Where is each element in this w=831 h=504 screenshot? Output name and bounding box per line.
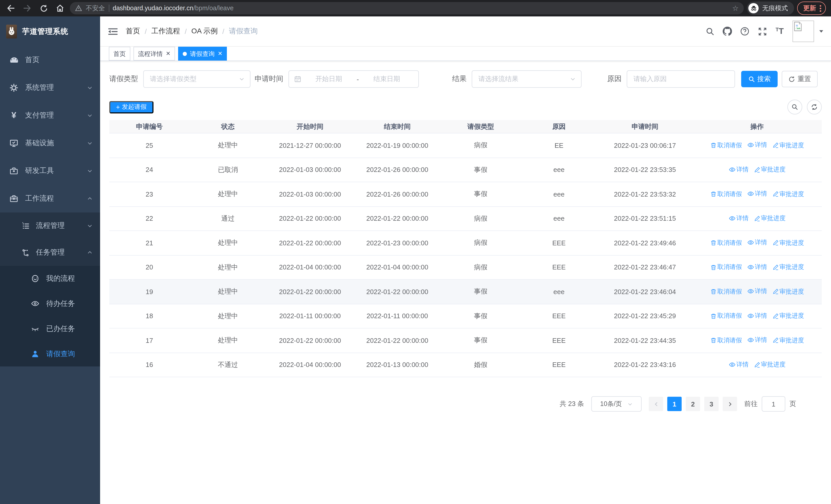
action-progress-link[interactable]: 审批进度 [772, 288, 804, 296]
app-logo-row: 芋道管理系统 [0, 17, 100, 46]
edit-icon [754, 362, 760, 368]
table-refresh-icon[interactable] [807, 99, 822, 114]
action-cancel-link[interactable]: 取消请假 [710, 312, 742, 321]
font-size-icon[interactable]: TT [771, 27, 789, 36]
browser-menu-icon[interactable] [820, 5, 821, 11]
help-icon[interactable] [736, 27, 753, 36]
sidebar-item-home[interactable]: 首页 [0, 46, 100, 74]
cell-status: 处理中 [190, 328, 266, 353]
action-detail-link[interactable]: 详情 [747, 238, 767, 247]
action-detail-link[interactable]: 详情 [728, 165, 749, 174]
action-progress-link[interactable]: 审批进度 [754, 214, 785, 223]
table-row: 21处理中2022-01-22 00:00:002022-01-23 00:00… [109, 231, 822, 255]
sidebar-item-process-mgmt[interactable]: 流程管理 [0, 212, 100, 239]
sidebar-item-task-mgmt[interactable]: 任务管理 [0, 239, 100, 266]
edit-icon [772, 313, 778, 319]
action-cancel-link[interactable]: 取消请假 [710, 239, 742, 247]
tab-home[interactable]: 首页 [109, 47, 131, 61]
trash-icon [710, 191, 716, 197]
security-label[interactable]: 不安全 [86, 4, 105, 12]
action-cancel-link[interactable]: 取消请假 [710, 141, 742, 150]
prev-page-button[interactable] [649, 397, 663, 411]
action-progress-link[interactable]: 审批进度 [772, 312, 804, 321]
forward-icon[interactable] [21, 2, 34, 15]
action-detail-link[interactable]: 详情 [728, 360, 749, 369]
page-button-2[interactable]: 2 [686, 397, 700, 411]
sidebar-item-done-tasks[interactable]: 已办任务 [0, 316, 100, 341]
page-button-3[interactable]: 3 [704, 397, 719, 411]
reload-icon[interactable] [37, 2, 50, 15]
close-icon[interactable]: ✕ [218, 51, 222, 56]
sidebar-item-devtools[interactable]: 研发工具 [0, 157, 100, 185]
avatar[interactable] [793, 21, 814, 42]
tag-views: 首页 流程详情✕ 请假查询✕ [100, 47, 831, 61]
filter-form: 请假类型 请选择请假类型 申请时间 开始日期 - 结束日期 结果 请选择流结果 [109, 70, 822, 88]
sidebar-item-infrastructure[interactable]: 基础设施 [0, 129, 100, 157]
page-url[interactable]: dashboard.yudao.iocoder.cn/bpm/oa/leave [113, 5, 233, 12]
sidebar-item-todo-tasks[interactable]: 待办任务 [0, 291, 100, 316]
action-cancel-link[interactable]: 取消请假 [710, 288, 742, 296]
sidebar-item-payment[interactable]: ¥ 支付管理 [0, 101, 100, 129]
warning-icon [75, 5, 82, 12]
flow-icon [21, 248, 31, 257]
breadcrumb-workflow[interactable]: 工作流程 [151, 27, 180, 36]
page-button-1[interactable]: 1 [667, 397, 682, 411]
cell-start-time: 2022-01-22 00:00:00 [266, 206, 354, 231]
sidebar-item-system[interactable]: 系统管理 [0, 74, 100, 101]
back-icon[interactable] [4, 2, 18, 15]
action-cancel-link[interactable]: 取消请假 [710, 190, 742, 199]
action-detail-link[interactable]: 详情 [747, 263, 767, 271]
next-page-button[interactable] [723, 397, 737, 411]
action-cancel-link[interactable]: 取消请假 [710, 263, 742, 272]
table-search-toggle-icon[interactable] [787, 99, 802, 114]
breadcrumb-home[interactable]: 首页 [126, 27, 140, 36]
action-progress-link[interactable]: 审批进度 [772, 141, 804, 150]
trash-icon [710, 337, 716, 344]
close-icon[interactable]: ✕ [166, 51, 170, 56]
apply-time-range-picker[interactable]: 开始日期 - 结束日期 [288, 70, 419, 88]
action-detail-link[interactable]: 详情 [747, 336, 767, 345]
goto-page-input[interactable] [762, 396, 785, 412]
page-size-select[interactable]: 10条/页 [591, 396, 641, 412]
action-progress-link[interactable]: 审批进度 [772, 336, 804, 345]
reason-input[interactable]: 请输入原因 [627, 70, 735, 88]
app-header: 首页 / 工作流程 / OA 示例 / 请假查询 [100, 17, 831, 47]
github-icon[interactable] [719, 27, 736, 36]
tab-leave-query[interactable]: 请假查询✕ [178, 47, 227, 61]
search-button[interactable]: 搜索 [741, 71, 778, 87]
browser-update-button[interactable]: 更新 [797, 2, 826, 15]
action-progress-link[interactable]: 审批进度 [772, 263, 804, 272]
sidebar-item-leave-query[interactable]: 请假查询 [0, 341, 100, 366]
sidebar-item-my-process[interactable]: 我的流程 [0, 266, 100, 291]
eye-icon [747, 191, 754, 197]
action-detail-link[interactable]: 详情 [747, 287, 767, 296]
fullscreen-icon[interactable] [753, 27, 771, 36]
action-detail-link[interactable]: 详情 [747, 141, 767, 150]
address-bar[interactable]: 不安全 dashboard.yudao.iocoder.cn/bpm/oa/le… [70, 2, 744, 14]
tab-process-detail[interactable]: 流程详情✕ [134, 47, 175, 61]
reset-button[interactable]: 重置 [782, 71, 818, 87]
action-progress-link[interactable]: 审批进度 [772, 239, 804, 247]
bookmark-star-icon[interactable]: ☆ [732, 5, 739, 12]
breadcrumb-oa[interactable]: OA 示例 [192, 27, 218, 36]
page-unit-label: 页 [790, 399, 796, 409]
home-icon[interactable] [53, 2, 67, 15]
avatar-caret-icon[interactable] [819, 29, 824, 34]
action-detail-link[interactable]: 详情 [747, 190, 767, 198]
action-progress-link[interactable]: 审批进度 [754, 360, 785, 369]
robot-icon [30, 274, 40, 283]
cell-reason: eee [520, 206, 598, 231]
create-leave-button[interactable]: + 发起请假 [109, 101, 153, 113]
sidebar-item-workflow[interactable]: 工作流程 [0, 185, 100, 212]
cell-end-time: 2022-01-22 00:00:00 [354, 206, 441, 231]
action-detail-link[interactable]: 详情 [728, 214, 749, 223]
action-cancel-link[interactable]: 取消请假 [710, 336, 742, 345]
search-icon[interactable] [701, 27, 719, 36]
action-progress-link[interactable]: 审批进度 [772, 190, 804, 199]
action-detail-link[interactable]: 详情 [747, 312, 767, 320]
leave-type-select[interactable]: 请选择请假类型 [143, 70, 251, 88]
table-row: 19处理中2022-01-22 00:00:002022-01-22 00:00… [109, 279, 822, 304]
result-select[interactable]: 请选择流结果 [472, 70, 581, 88]
action-progress-link[interactable]: 审批进度 [754, 166, 785, 174]
sidebar-collapse-icon[interactable] [108, 27, 118, 35]
